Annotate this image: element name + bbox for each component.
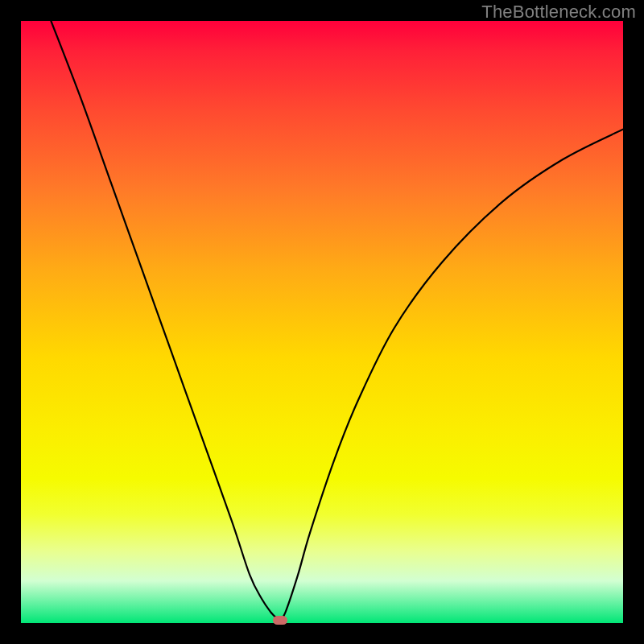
target-marker (273, 616, 287, 625)
bottleneck-curve (21, 21, 623, 623)
plot-area (21, 21, 623, 623)
watermark-text: TheBottleneck.com (481, 2, 636, 23)
